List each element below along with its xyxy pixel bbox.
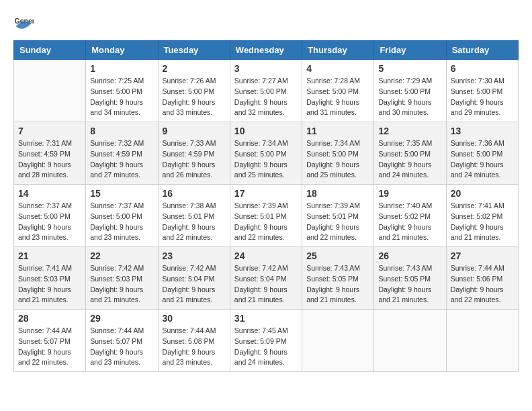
calendar-cell: 23Sunrise: 7:42 AM Sunset: 5:04 PM Dayli… [158, 247, 230, 310]
calendar-cell: 29Sunrise: 7:44 AM Sunset: 5:07 PM Dayli… [86, 310, 158, 372]
day-info: Sunrise: 7:35 AM Sunset: 5:00 PM Dayligh… [378, 138, 441, 181]
calendar-cell: 30Sunrise: 7:44 AM Sunset: 5:08 PM Dayli… [158, 310, 230, 372]
day-info: Sunrise: 7:27 AM Sunset: 5:00 PM Dayligh… [234, 76, 298, 118]
calendar-cell: 22Sunrise: 7:42 AM Sunset: 5:03 PM Dayli… [86, 247, 158, 310]
weekday-header-saturday: Saturday [446, 41, 518, 60]
calendar-cell: 1Sunrise: 7:25 AM Sunset: 5:00 PM Daylig… [86, 60, 158, 122]
day-number: 28 [18, 313, 81, 324]
day-info: Sunrise: 7:25 AM Sunset: 5:00 PM Dayligh… [90, 76, 153, 118]
calendar-cell [446, 310, 518, 372]
week-row-3: 14Sunrise: 7:37 AM Sunset: 5:00 PM Dayli… [14, 185, 519, 247]
day-info: Sunrise: 7:37 AM Sunset: 5:00 PM Dayligh… [18, 201, 81, 243]
day-info: Sunrise: 7:32 AM Sunset: 4:59 PM Dayligh… [90, 138, 153, 181]
day-number: 13 [451, 126, 514, 136]
day-number: 14 [18, 188, 81, 199]
calendar-cell: 16Sunrise: 7:38 AM Sunset: 5:01 PM Dayli… [158, 185, 230, 247]
calendar-cell: 28Sunrise: 7:44 AM Sunset: 5:07 PM Dayli… [14, 310, 86, 372]
day-info: Sunrise: 7:39 AM Sunset: 5:01 PM Dayligh… [306, 201, 369, 243]
day-info: Sunrise: 7:44 AM Sunset: 5:07 PM Dayligh… [90, 326, 153, 368]
day-number: 10 [234, 126, 298, 136]
day-number: 19 [378, 188, 441, 199]
day-number: 8 [90, 126, 153, 136]
calendar-cell: 5Sunrise: 7:29 AM Sunset: 5:00 PM Daylig… [374, 60, 446, 122]
weekday-header-monday: Monday [86, 41, 158, 60]
day-number: 22 [90, 250, 153, 261]
calendar-cell: 4Sunrise: 7:28 AM Sunset: 5:00 PM Daylig… [302, 60, 374, 122]
day-number: 11 [306, 126, 369, 136]
day-info: Sunrise: 7:38 AM Sunset: 5:01 PM Dayligh… [163, 201, 226, 243]
logo-icon: General [13, 13, 34, 34]
day-number: 12 [378, 126, 441, 136]
day-info: Sunrise: 7:33 AM Sunset: 4:59 PM Dayligh… [163, 138, 226, 181]
calendar-cell: 13Sunrise: 7:36 AM Sunset: 5:00 PM Dayli… [446, 122, 518, 185]
day-number: 18 [306, 188, 369, 199]
calendar-cell: 7Sunrise: 7:31 AM Sunset: 4:59 PM Daylig… [14, 122, 86, 185]
day-number: 6 [451, 63, 514, 74]
day-number: 5 [378, 63, 441, 74]
calendar-cell: 20Sunrise: 7:41 AM Sunset: 5:02 PM Dayli… [446, 185, 518, 247]
weekday-header-thursday: Thursday [302, 41, 374, 60]
calendar-cell [14, 60, 86, 122]
day-number: 3 [234, 63, 298, 74]
calendar-cell: 12Sunrise: 7:35 AM Sunset: 5:00 PM Dayli… [374, 122, 446, 185]
calendar-cell: 31Sunrise: 7:45 AM Sunset: 5:09 PM Dayli… [230, 310, 302, 372]
week-row-1: 1Sunrise: 7:25 AM Sunset: 5:00 PM Daylig… [14, 60, 519, 122]
day-number: 21 [18, 250, 81, 261]
weekday-header-sunday: Sunday [14, 41, 86, 60]
calendar-cell: 3Sunrise: 7:27 AM Sunset: 5:00 PM Daylig… [230, 60, 302, 122]
calendar-cell: 11Sunrise: 7:34 AM Sunset: 5:00 PM Dayli… [302, 122, 374, 185]
week-row-4: 21Sunrise: 7:41 AM Sunset: 5:03 PM Dayli… [14, 247, 519, 310]
day-info: Sunrise: 7:43 AM Sunset: 5:05 PM Dayligh… [306, 263, 369, 306]
day-number: 31 [234, 313, 298, 324]
calendar-cell: 17Sunrise: 7:39 AM Sunset: 5:01 PM Dayli… [230, 185, 302, 247]
calendar-cell: 26Sunrise: 7:43 AM Sunset: 5:05 PM Dayli… [374, 247, 446, 310]
day-info: Sunrise: 7:28 AM Sunset: 5:00 PM Dayligh… [306, 76, 369, 118]
day-info: Sunrise: 7:43 AM Sunset: 5:05 PM Dayligh… [378, 263, 441, 306]
weekday-header-row: SundayMondayTuesdayWednesdayThursdayFrid… [14, 41, 519, 60]
calendar-cell: 8Sunrise: 7:32 AM Sunset: 4:59 PM Daylig… [86, 122, 158, 185]
week-row-5: 28Sunrise: 7:44 AM Sunset: 5:07 PM Dayli… [14, 310, 519, 372]
day-info: Sunrise: 7:34 AM Sunset: 5:00 PM Dayligh… [306, 138, 369, 181]
day-number: 24 [234, 250, 298, 261]
calendar-cell: 24Sunrise: 7:42 AM Sunset: 5:04 PM Dayli… [230, 247, 302, 310]
day-info: Sunrise: 7:29 AM Sunset: 5:00 PM Dayligh… [378, 76, 441, 118]
day-info: Sunrise: 7:26 AM Sunset: 5:00 PM Dayligh… [163, 76, 226, 118]
day-number: 23 [163, 250, 226, 261]
calendar-cell: 2Sunrise: 7:26 AM Sunset: 5:00 PM Daylig… [158, 60, 230, 122]
day-info: Sunrise: 7:42 AM Sunset: 5:04 PM Dayligh… [234, 263, 298, 306]
weekday-header-wednesday: Wednesday [230, 41, 302, 60]
calendar-cell: 25Sunrise: 7:43 AM Sunset: 5:05 PM Dayli… [302, 247, 374, 310]
calendar-cell: 19Sunrise: 7:40 AM Sunset: 5:02 PM Dayli… [374, 185, 446, 247]
day-info: Sunrise: 7:36 AM Sunset: 5:00 PM Dayligh… [451, 138, 514, 181]
day-info: Sunrise: 7:44 AM Sunset: 5:08 PM Dayligh… [163, 326, 226, 368]
weekday-header-tuesday: Tuesday [158, 41, 230, 60]
week-row-2: 7Sunrise: 7:31 AM Sunset: 4:59 PM Daylig… [14, 122, 519, 185]
day-info: Sunrise: 7:37 AM Sunset: 5:00 PM Dayligh… [90, 201, 153, 243]
day-info: Sunrise: 7:42 AM Sunset: 5:04 PM Dayligh… [163, 263, 226, 306]
day-number: 9 [163, 126, 226, 136]
day-info: Sunrise: 7:45 AM Sunset: 5:09 PM Dayligh… [234, 326, 298, 368]
day-number: 16 [163, 188, 226, 199]
day-number: 4 [306, 63, 369, 74]
calendar-cell: 27Sunrise: 7:44 AM Sunset: 5:06 PM Dayli… [446, 247, 518, 310]
page-header: General [13, 13, 519, 34]
day-number: 17 [234, 188, 298, 199]
calendar-cell: 15Sunrise: 7:37 AM Sunset: 5:00 PM Dayli… [86, 185, 158, 247]
calendar-cell: 10Sunrise: 7:34 AM Sunset: 5:00 PM Dayli… [230, 122, 302, 185]
day-info: Sunrise: 7:34 AM Sunset: 5:00 PM Dayligh… [234, 138, 298, 181]
day-number: 26 [378, 250, 441, 261]
day-info: Sunrise: 7:42 AM Sunset: 5:03 PM Dayligh… [90, 263, 153, 306]
calendar-cell: 18Sunrise: 7:39 AM Sunset: 5:01 PM Dayli… [302, 185, 374, 247]
day-number: 29 [90, 313, 153, 324]
day-info: Sunrise: 7:41 AM Sunset: 5:03 PM Dayligh… [18, 263, 81, 306]
day-info: Sunrise: 7:39 AM Sunset: 5:01 PM Dayligh… [234, 201, 298, 243]
calendar-cell: 9Sunrise: 7:33 AM Sunset: 4:59 PM Daylig… [158, 122, 230, 185]
day-info: Sunrise: 7:40 AM Sunset: 5:02 PM Dayligh… [378, 201, 441, 243]
day-info: Sunrise: 7:44 AM Sunset: 5:07 PM Dayligh… [18, 326, 81, 368]
day-number: 2 [163, 63, 226, 74]
calendar-cell: 14Sunrise: 7:37 AM Sunset: 5:00 PM Dayli… [14, 185, 86, 247]
day-number: 1 [90, 63, 153, 74]
calendar-cell [302, 310, 374, 372]
day-number: 30 [163, 313, 226, 324]
day-number: 7 [18, 126, 81, 136]
